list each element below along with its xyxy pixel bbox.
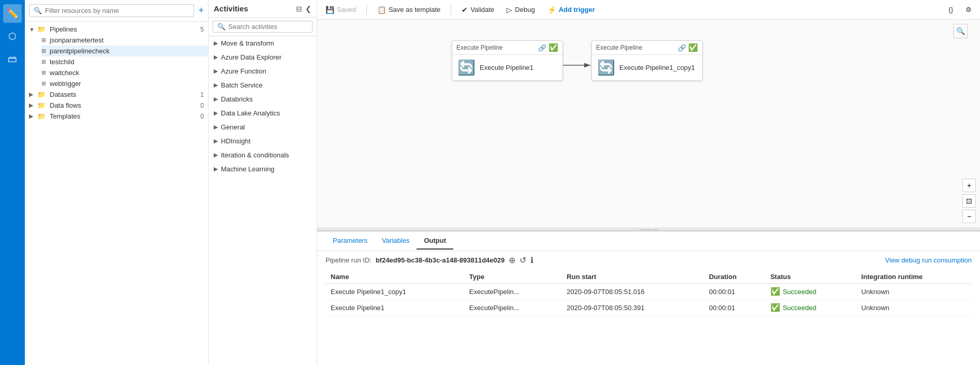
save-as-template-button[interactable]: 📋 Save as template bbox=[375, 5, 442, 15]
activity-hdinsight[interactable]: ▶ HDInsight bbox=[209, 134, 317, 148]
debug-icon: ▷ bbox=[507, 6, 512, 14]
col-integration-runtime: Integration runtime bbox=[856, 270, 972, 284]
node-2-external-link-icon[interactable]: 🔗 bbox=[678, 44, 686, 52]
monitor-nav-icon[interactable]: ⬡ bbox=[3, 27, 22, 46]
node-1-external-link-icon[interactable]: 🔗 bbox=[538, 44, 546, 52]
canvas-search-button[interactable]: 🔍 bbox=[953, 24, 968, 38]
col-type: Type bbox=[464, 270, 562, 284]
activity-databricks[interactable]: ▶ Databricks bbox=[209, 92, 317, 106]
filter-input-wrap: 🔍 bbox=[29, 4, 194, 17]
activity-label-5: Databricks bbox=[221, 95, 253, 103]
activity-azure-data-explorer[interactable]: ▶ Azure Data Explorer bbox=[209, 50, 317, 64]
activity-arrow-8: ▶ bbox=[214, 138, 218, 144]
pipeline-node-1[interactable]: Execute Pipeline 🔗 ✅ 🔄 Execute Pipeline1 bbox=[452, 40, 563, 81]
table-row[interactable]: Execute Pipeline1 ExecutePipelin... 2020… bbox=[325, 300, 972, 316]
add-trigger-button[interactable]: ⚡ Add trigger bbox=[545, 5, 597, 15]
pipeline-node-2[interactable]: Execute Pipeline 🔗 ✅ 🔄 Execute Pipeline1… bbox=[591, 40, 703, 81]
tab-output[interactable]: Output bbox=[417, 232, 453, 250]
pipeline-name-3: testchild bbox=[50, 58, 204, 66]
activities-collapse-button[interactable]: ⊟ bbox=[296, 5, 302, 13]
activity-general[interactable]: ▶ General bbox=[209, 120, 317, 134]
manage-nav-icon[interactable]: 🗃 bbox=[3, 50, 22, 68]
activity-arrow-9: ▶ bbox=[214, 152, 218, 158]
activity-machine-learning[interactable]: ▶ Machine Learning bbox=[209, 162, 317, 176]
author-nav-icon[interactable]: ✏️ bbox=[3, 4, 22, 23]
activities-title: Activities bbox=[214, 4, 248, 13]
pipeline-node-1-header: Execute Pipeline 🔗 ✅ bbox=[452, 41, 562, 55]
activity-label-4: Batch Service bbox=[221, 81, 262, 89]
activities-close-button[interactable]: ❮ bbox=[305, 5, 311, 13]
pipeline-name-1: jsonparametertest bbox=[50, 36, 204, 44]
canvas-zoom-controls: + ⊡ − bbox=[962, 179, 976, 223]
view-debug-link[interactable]: View debug run consumption bbox=[885, 256, 972, 264]
activity-arrow-3: ▶ bbox=[214, 68, 218, 75]
search-activities-inner: 🔍 bbox=[213, 21, 313, 33]
debug-button[interactable]: ▷ Debug bbox=[504, 5, 537, 15]
canvas-zoom-in-button[interactable]: + bbox=[962, 179, 976, 192]
activity-batch-service[interactable]: ▶ Batch Service bbox=[209, 78, 317, 92]
add-trigger-label: Add trigger bbox=[559, 6, 595, 13]
pipeline-canvas[interactable]: Execute Pipeline 🔗 ✅ 🔄 Execute Pipeline1 bbox=[317, 20, 980, 227]
row2-status-label: Succeeded bbox=[783, 304, 816, 312]
node-1-status-icon: ✅ bbox=[548, 43, 558, 52]
dataflows-tree-item[interactable]: ▶ 📁 Data flows 0 bbox=[25, 100, 208, 111]
pipeline-settings-button[interactable]: ⚙ bbox=[963, 5, 974, 14]
table-row[interactable]: Execute Pipeline1_copy1 ExecutePipelin..… bbox=[325, 284, 972, 300]
templates-tree-item[interactable]: ▶ 📁 Templates 0 bbox=[25, 111, 208, 122]
tab-variables[interactable]: Variables bbox=[375, 232, 417, 250]
saved-label: Saved bbox=[337, 6, 356, 13]
pipelines-children: ⊞ jsonparametertest ⊞ parentpipelinechec… bbox=[25, 35, 208, 89]
tab-parameters[interactable]: Parameters bbox=[325, 232, 375, 250]
canvas-fit-button[interactable]: ⊡ bbox=[962, 194, 976, 208]
pipeline-node-2-body: 🔄 Execute Pipeline1_copy1 bbox=[592, 55, 702, 80]
datasets-tree-item[interactable]: ▶ 📁 Datasets 1 bbox=[25, 89, 208, 100]
validate-button[interactable]: ✔ Validate bbox=[459, 5, 496, 15]
col-status: Status bbox=[765, 270, 856, 284]
search-activities-wrap: 🔍 bbox=[209, 18, 317, 36]
info-run-button[interactable]: ℹ bbox=[530, 255, 533, 265]
pipeline-testchild[interactable]: ⊞ testchild bbox=[41, 56, 208, 67]
activity-azure-function[interactable]: ▶ Azure Function bbox=[209, 64, 317, 78]
output-table: Name Type Run start Duration Status Inte… bbox=[325, 270, 972, 316]
activity-move-transform[interactable]: ▶ Move & transform bbox=[209, 36, 317, 50]
pipeline-icon-1: ⊞ bbox=[41, 37, 50, 43]
pipeline-webtrigger[interactable]: ⊞ webtrigger bbox=[41, 78, 208, 89]
activity-data-lake-analytics[interactable]: ▶ Data Lake Analytics bbox=[209, 106, 317, 120]
activity-label-8: HDInsight bbox=[221, 137, 250, 145]
refresh-run-button[interactable]: ↺ bbox=[519, 255, 526, 265]
saved-button: 💾 Saved bbox=[323, 5, 358, 15]
row1-duration: 00:00:01 bbox=[704, 284, 765, 300]
activities-panel: Activities ⊟ ❮ 🔍 ▶ Move & transform ▶ Az… bbox=[209, 0, 317, 365]
datasets-folder-icon: 📁 bbox=[37, 91, 48, 98]
pipelines-count: 5 bbox=[200, 26, 204, 33]
activity-arrow-6: ▶ bbox=[214, 110, 218, 116]
filter-resources-input[interactable] bbox=[45, 7, 189, 14]
add-resource-button[interactable]: + bbox=[198, 5, 204, 16]
col-duration: Duration bbox=[704, 270, 765, 284]
row2-name: Execute Pipeline1 bbox=[325, 300, 464, 316]
node-1-name: Execute Pipeline1 bbox=[480, 64, 533, 71]
templates-chevron-icon: ▶ bbox=[29, 113, 37, 120]
search-activities-input[interactable] bbox=[228, 23, 308, 31]
canvas-zoom-out-button[interactable]: − bbox=[962, 210, 976, 223]
pipelines-tree-item[interactable]: ▼ 📁 Pipelines 5 bbox=[25, 24, 208, 35]
pipeline-parentpipelinecheck[interactable]: ⊞ parentpipelinecheck bbox=[41, 46, 208, 56]
activity-label-10: Machine Learning bbox=[221, 165, 274, 173]
pipeline-name-4: waitcheck bbox=[50, 69, 204, 77]
copy-run-id-button[interactable]: ⊕ bbox=[509, 255, 515, 265]
pipeline-waitcheck[interactable]: ⊞ waitcheck bbox=[41, 67, 208, 78]
pipeline-jsonparametertest[interactable]: ⊞ jsonparametertest bbox=[41, 35, 208, 46]
datasets-label: Datasets bbox=[50, 91, 200, 98]
pipeline-icon-4: ⊞ bbox=[41, 69, 50, 76]
row1-integration-runtime: Unknown bbox=[856, 284, 972, 300]
pipeline-node-1-body: 🔄 Execute Pipeline1 bbox=[452, 55, 562, 80]
resource-tree: ▼ 📁 Pipelines 5 ⊞ jsonparametertest ⊞ pa… bbox=[25, 22, 208, 365]
row1-status-icon: ✅ bbox=[770, 287, 780, 296]
activity-iteration-conditionals[interactable]: ▶ Iteration & conditionals bbox=[209, 148, 317, 162]
pipeline-run-label: Pipeline run ID: bbox=[325, 256, 372, 264]
code-view-button[interactable]: {} bbox=[946, 5, 955, 14]
nav-icon-sidebar: ✏️ ⬡ 🗃 bbox=[0, 0, 25, 365]
row2-status: ✅ Succeeded bbox=[765, 300, 856, 316]
row1-status-label: Succeeded bbox=[783, 288, 816, 296]
activity-label-9: Iteration & conditionals bbox=[221, 151, 289, 159]
